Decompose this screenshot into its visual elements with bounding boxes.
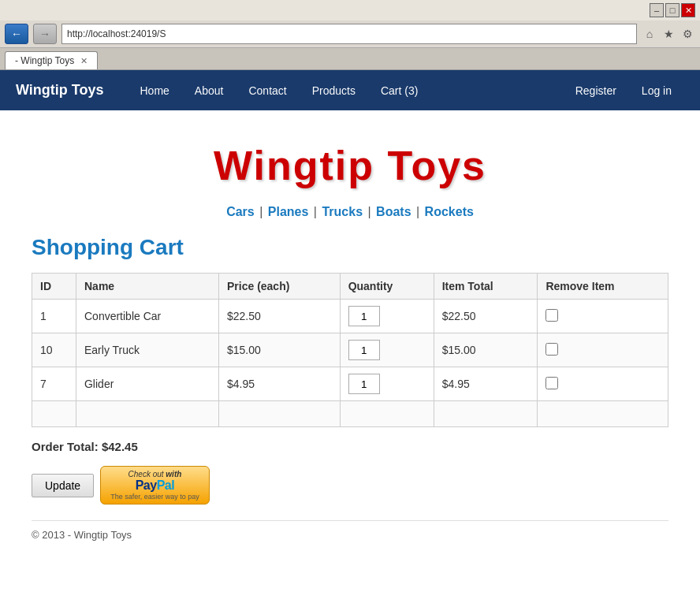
row1-price: $22.50 (219, 300, 341, 333)
page-content: Wingtip Toys Cars | Planes | Trucks | Bo… (0, 110, 700, 572)
nav-link-cart[interactable]: Cart (3) (368, 73, 430, 109)
row2-id: 10 (32, 333, 76, 367)
col-item-total: Item Total (434, 274, 538, 300)
update-button[interactable]: Update (32, 474, 94, 497)
table-row-empty (32, 401, 668, 427)
row1-id: 1 (32, 300, 76, 333)
home-icon[interactable]: ⌂ (642, 26, 657, 42)
address-bar[interactable]: http://localhost:24019/S (61, 24, 637, 44)
settings-icon[interactable]: ⚙ (680, 26, 695, 42)
back-icon: ← (11, 28, 22, 40)
row2-remove-checkbox[interactable] (545, 343, 558, 356)
row3-qty-input[interactable] (348, 374, 380, 394)
row3-remove (538, 367, 668, 401)
url-text: http://localhost:24019/S (67, 28, 166, 39)
col-quantity: Quantity (340, 274, 434, 300)
cat-sep-2: | (314, 205, 317, 218)
tab-title: - Wingtip Toys (15, 55, 74, 66)
cat-sep-4: | (416, 205, 419, 218)
nav-link-register[interactable]: Register (563, 73, 629, 109)
minimize-button[interactable]: – (650, 3, 664, 17)
paypal-button[interactable]: Check out with PayPal The safer, easier … (100, 466, 210, 505)
cat-link-planes[interactable]: Planes (268, 205, 309, 218)
nav-right: Register Log in (563, 73, 684, 109)
row2-total: $15.00 (434, 333, 538, 367)
row3-id: 7 (32, 367, 76, 401)
nav-links: Home About Contact Products Cart (3) (128, 73, 431, 109)
row1-remove (538, 300, 668, 333)
site-logo: Wingtip Toys (32, 126, 668, 197)
navbar-brand[interactable]: Wingtip Toys (16, 70, 120, 110)
row1-qty (340, 300, 434, 333)
row3-price: $4.95 (219, 367, 341, 401)
nav-link-about[interactable]: About (182, 73, 236, 109)
footer-text: © 2013 - Wingtip Toys (32, 529, 668, 557)
row3-qty (340, 367, 434, 401)
table-row: 7 Glider $4.95 $4.95 (32, 367, 668, 401)
nav-link-contact[interactable]: Contact (236, 73, 299, 109)
row2-remove (538, 333, 668, 367)
tab-close-button[interactable]: ✕ (80, 56, 88, 66)
cat-link-trucks[interactable]: Trucks (322, 205, 363, 218)
table-row: 10 Early Truck $15.00 $15.00 (32, 333, 668, 367)
col-name: Name (76, 274, 218, 300)
cart-table: ID Name Price (each) Quantity Item Total… (32, 273, 668, 427)
row3-name: Glider (76, 367, 218, 401)
action-toolbar: Update Check out with PayPal The safer, … (32, 466, 668, 505)
browser-tab[interactable]: - Wingtip Toys ✕ (5, 51, 98, 69)
back-button[interactable]: ← (5, 24, 28, 44)
col-price: Price (each) (219, 274, 341, 300)
category-links: Cars | Planes | Trucks | Boats | Rockets (32, 205, 668, 219)
row3-remove-checkbox[interactable] (545, 377, 558, 389)
row1-remove-checkbox[interactable] (545, 309, 558, 322)
row2-price: $15.00 (219, 333, 341, 367)
row2-qty (340, 333, 434, 367)
forward-icon: → (39, 28, 50, 40)
cat-link-rockets[interactable]: Rockets (425, 205, 474, 218)
nav-link-home[interactable]: Home (128, 73, 182, 109)
forward-button[interactable]: → (33, 24, 57, 44)
maximize-button[interactable]: □ (665, 3, 680, 17)
close-button[interactable]: ✕ (681, 3, 695, 17)
cat-sep-3: | (367, 205, 370, 218)
row1-name: Convertible Car (76, 300, 218, 333)
table-row: 1 Convertible Car $22.50 $22.50 (32, 300, 668, 333)
footer-divider (32, 520, 668, 521)
navbar: Wingtip Toys Home About Contact Products… (0, 70, 700, 110)
cart-title: Shopping Cart (32, 235, 668, 260)
site-logo-text: Wingtip Toys (214, 143, 486, 188)
row2-qty-input[interactable] (348, 340, 380, 360)
col-remove: Remove Item (538, 274, 668, 300)
col-id: ID (32, 274, 76, 300)
row1-qty-input[interactable] (348, 306, 380, 326)
order-total: Order Total: $42.45 (32, 440, 668, 453)
row3-total: $4.95 (434, 367, 538, 401)
cat-link-cars[interactable]: Cars (226, 205, 255, 218)
paypal-text-bottom: The safer, easier way to pay (110, 493, 199, 501)
paypal-text-top: Check out with (110, 470, 199, 478)
paypal-logo: PayPal (110, 478, 199, 493)
star-icon[interactable]: ★ (661, 26, 676, 42)
nav-link-products[interactable]: Products (300, 73, 368, 109)
row1-total: $22.50 (434, 300, 538, 333)
row2-name: Early Truck (76, 333, 218, 367)
cat-sep-1: | (259, 205, 262, 218)
nav-link-login[interactable]: Log in (629, 73, 684, 109)
cat-link-boats[interactable]: Boats (376, 205, 411, 218)
